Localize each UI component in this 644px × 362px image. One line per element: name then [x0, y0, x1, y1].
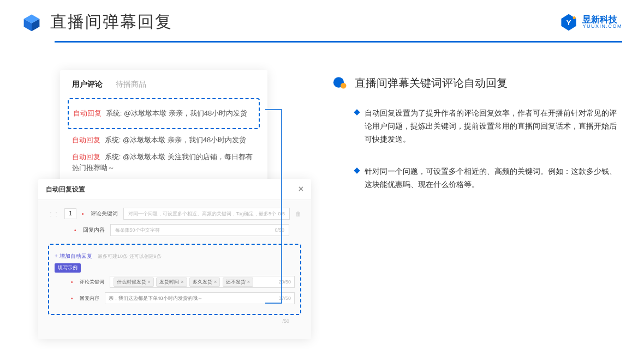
ex-content-input[interactable]: 亲，我们这边都是下单48小时内发货的哦～ 37/50: [105, 292, 295, 304]
header-left: 直播间弹幕回复: [22, 11, 172, 33]
screenshot-area: 用户评论 待播商品 自动回复 系统: @冰墩墩本墩 亲亲，我们48小时内发货 自…: [38, 64, 311, 211]
counter: 37/50: [278, 295, 291, 301]
required-marker: •: [71, 295, 73, 301]
example-section: + 增加自动回复 最多可建10条 还可以创建9条 填写示例 • 评论关键词 什么…: [48, 244, 301, 315]
ex-keyword-input[interactable]: 什么时候发货× 发货时间× 多久发货× 还不发货× 20/50: [110, 276, 295, 288]
bullet-item: 自动回复设置为了提升作者的评论回复效率，作者可在开播前针对常见的评论用户问题，提…: [333, 107, 617, 146]
header: 直播间弹幕回复 Y 昱新科技 YUUXIN.COM: [0, 0, 644, 39]
keyword-input[interactable]: 对同一个问题，可设置多个相近、高频的关键词，Tag确定，最多5个 0/5: [123, 208, 290, 220]
counter: 0/5: [278, 211, 285, 216]
placeholder-text: 对同一个问题，可设置多个相近、高频的关键词，Tag确定，最多5个: [128, 210, 277, 218]
content-label: 回复内容: [83, 226, 105, 234]
comment-line: 自动回复 系统: @冰墩墩本墩 亲亲，我们48小时内发货: [72, 135, 255, 146]
required-marker: •: [82, 211, 84, 217]
description-column: 直播间弹幕关键词评论自动回复 自动回复设置为了提升作者的评论回复效率，作者可在开…: [333, 64, 617, 211]
counter: 20/50: [278, 279, 291, 285]
example-tag: 填写示例: [55, 263, 81, 273]
highlighted-comment: 自动回复 系统: @冰墩墩本墩 亲亲，我们48小时内发货: [68, 98, 260, 129]
svg-point-5: [573, 16, 576, 19]
comment-line: 自动回复 系统: @冰墩墩本墩 关注我们的店铺，每日都有热门推荐呦～: [72, 152, 255, 174]
trash-icon[interactable]: 🗑: [295, 210, 301, 217]
diamond-bullet-icon: [354, 109, 360, 115]
chip-close-icon[interactable]: ×: [214, 279, 217, 285]
diamond-bullet-icon: [354, 168, 360, 174]
settings-modal: 自动回复设置 × ⋮⋮ 1 • 评论关键词 对同一个问题，可设置多个相近、高频的…: [38, 179, 311, 339]
section-title: 直播间弹幕关键词评论自动回复: [355, 76, 508, 90]
chip-close-icon[interactable]: ×: [148, 279, 151, 285]
comment-text: @冰墩墩本墩 亲亲，我们48小时内发货: [123, 136, 246, 144]
tab-products[interactable]: 待播商品: [116, 80, 146, 89]
chip-close-icon[interactable]: ×: [247, 279, 250, 285]
brand-name: 昱新科技: [582, 15, 622, 25]
auto-reply-tag: 自动回复: [72, 136, 100, 144]
counter: 0/50: [275, 227, 284, 233]
index-number: 1: [64, 208, 76, 219]
keyword-label: 评论关键词: [91, 210, 118, 218]
required-marker: •: [74, 227, 76, 233]
brand-icon: Y: [559, 13, 578, 32]
ex-content-label: 回复内容: [80, 295, 99, 302]
bullet-text: 自动回复设置为了提升作者的评论回复效率，作者可在开播前针对常见的评论用户问题，提…: [365, 107, 617, 146]
hint-text: 最多可建10条 还可以创建9条: [98, 254, 162, 259]
close-icon[interactable]: ×: [299, 184, 303, 194]
chip[interactable]: 多久发货×: [189, 277, 220, 287]
svg-point-7: [341, 83, 347, 89]
modal-title: 自动回复设置: [46, 185, 85, 194]
chip-close-icon[interactable]: ×: [181, 279, 183, 285]
placeholder-text: 每条限50个中文字符: [115, 227, 160, 234]
svg-text:Y: Y: [567, 19, 571, 27]
bottom-counter: /50: [282, 318, 289, 324]
page-title: 直播间弹幕回复: [50, 11, 172, 33]
ex-content-text: 亲，我们这边都是下单48小时内发货的哦～: [109, 295, 202, 302]
bullet-item: 针对同一个问题，可设置多个相近的、高频的关键词。例如：这款多少钱、这块能优惠吗、…: [333, 165, 617, 191]
chip[interactable]: 发货时间×: [156, 277, 187, 287]
required-marker: •: [71, 279, 73, 285]
system-label: 系统:: [105, 153, 121, 161]
drag-handle-icon[interactable]: ⋮⋮: [48, 211, 59, 217]
content-input[interactable]: 每条限50个中文字符 0/50: [110, 224, 289, 236]
auto-reply-tag: 自动回复: [72, 153, 100, 161]
chip[interactable]: 什么时候发货×: [114, 277, 154, 287]
add-auto-reply-link[interactable]: + 增加自动回复: [55, 253, 92, 259]
system-label: 系统:: [105, 136, 121, 144]
auto-reply-tag: 自动回复: [73, 109, 102, 117]
chip[interactable]: 还不发货×: [223, 277, 253, 287]
chat-bubble-icon: [333, 75, 348, 90]
brand-logo: Y 昱新科技 YUUXIN.COM: [559, 13, 622, 32]
cube-icon: [22, 13, 41, 32]
ex-keyword-label: 评论关键词: [80, 279, 104, 286]
brand-url: YUUXIN.COM: [582, 24, 622, 29]
comment-text: @冰墩墩本墩 亲亲，我们48小时内发货: [124, 109, 247, 117]
tab-comments[interactable]: 用户评论: [72, 80, 103, 89]
system-label: 系统:: [106, 109, 122, 117]
bullet-text: 针对同一个问题，可设置多个相近的、高频的关键词。例如：这款多少钱、这块能优惠吗、…: [365, 165, 617, 191]
